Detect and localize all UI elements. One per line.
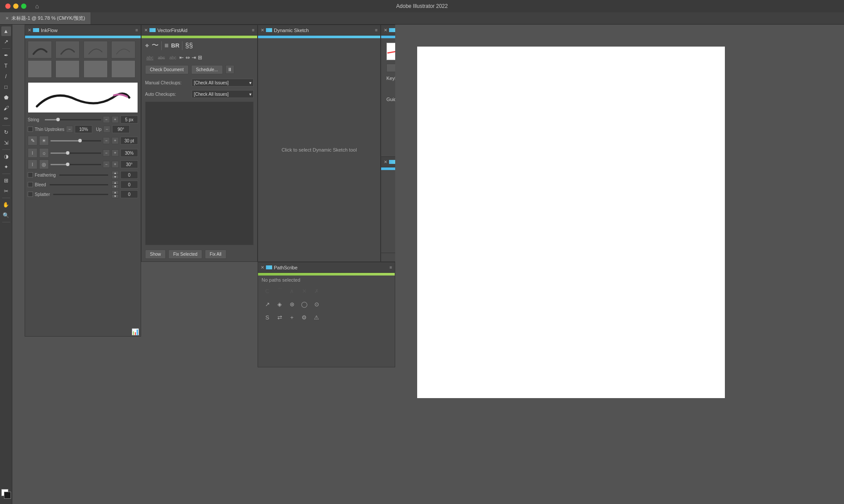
ps-tool-delete[interactable]: ✗ (311, 285, 322, 297)
swatch-2[interactable] (55, 60, 80, 78)
home-icon[interactable]: ⌂ (35, 3, 39, 10)
inkflow-menu[interactable]: ≡ (135, 28, 138, 33)
slider1-track[interactable] (51, 140, 101, 141)
slider2-plus[interactable]: + (112, 149, 119, 156)
ds-menu[interactable]: ≡ (375, 28, 378, 33)
zoom-tool[interactable]: 🔍 (1, 210, 11, 220)
brightness-icon[interactable]: ☀ (39, 136, 49, 145)
scale-tool[interactable]: ⇲ (1, 138, 11, 148)
hand-tool[interactable]: ✋ (1, 200, 11, 210)
upstrokes-minus[interactable]: − (66, 126, 73, 133)
ps-tool-smooth[interactable]: ⌒ (274, 285, 285, 297)
ps-tool-settings[interactable]: ⚙ (298, 312, 310, 323)
bleed-cb[interactable] (28, 182, 33, 187)
ps-close[interactable]: ✕ (261, 265, 264, 270)
schedule-btn[interactable]: Schedule... (191, 65, 223, 74)
ps-tool-bezier[interactable]: ⊛ (286, 298, 298, 310)
ds-close[interactable]: ✕ (261, 28, 264, 33)
slider2-value[interactable]: 30% (120, 149, 138, 157)
splatter-slider[interactable] (53, 194, 108, 195)
fix-all-btn[interactable]: Fix All (205, 250, 226, 259)
artboard-tool[interactable]: ⊞ (1, 176, 11, 185)
type-tool[interactable]: T (1, 61, 11, 71)
slider3-value[interactable]: 30° (120, 160, 138, 168)
slider2-track[interactable] (51, 152, 101, 154)
close-button[interactable] (5, 4, 11, 9)
feathering-slider[interactable] (59, 174, 108, 176)
maximize-button[interactable] (21, 4, 26, 9)
ps-tool-circle[interactable]: ◯ (298, 298, 310, 310)
brush-4[interactable] (111, 41, 135, 58)
splatter-up[interactable]: ▲ (112, 190, 119, 194)
check-document-btn[interactable]: Check Document (145, 65, 189, 74)
brush-mode-icon[interactable]: ✎ (28, 136, 37, 145)
pencil-tool[interactable]: ✏ (1, 114, 11, 123)
dp-close[interactable]: ✕ (384, 28, 387, 33)
vfa-text-3[interactable]: abc (168, 55, 178, 61)
vfa-align-left[interactable]: ⇤ (179, 54, 184, 61)
ps-tool-s[interactable]: S (262, 312, 273, 323)
splatter-down[interactable]: ▼ (112, 194, 119, 198)
feathering-cb[interactable] (28, 172, 33, 178)
manual-checkups-dropdown[interactable]: [Check All Issues] ▾ (192, 79, 254, 87)
ps-tool-add[interactable]: + (286, 312, 298, 323)
auto-checkups-dropdown[interactable]: [Check All Issues] ▾ (192, 90, 254, 98)
document-tab[interactable]: ✕ 未标题-1 @ 91.78 % (CMYK/预览) (0, 12, 91, 24)
up-value[interactable]: 90° (112, 125, 130, 133)
splatter-value[interactable]: 0 (120, 190, 138, 198)
ps-tool-cut[interactable]: ✕ (298, 285, 310, 297)
vfa-menu[interactable]: ≡ (252, 28, 255, 33)
thin-upstrokes-cb[interactable] (28, 127, 33, 132)
paintbrush-tool[interactable]: 🖌 (1, 103, 11, 113)
slice-tool[interactable]: ✂ (1, 186, 11, 196)
show-btn[interactable]: Show (145, 250, 166, 259)
swatch-3[interactable] (84, 60, 108, 78)
flow-icon[interactable]: ☼ (39, 148, 49, 158)
bleed-slider[interactable] (50, 184, 108, 185)
is-close[interactable]: ✕ (384, 160, 387, 164)
vfa-anchor-icon[interactable]: ⌖ (145, 42, 149, 50)
fix-selected-btn[interactable]: Fix Selected (168, 250, 202, 259)
vfa-loop-icon[interactable]: §§ (185, 42, 193, 50)
gradient-tool[interactable]: ◑ (1, 152, 11, 161)
vfa-text-2[interactable]: abc (156, 55, 166, 61)
vfa-expand-icon[interactable]: ⊞ (198, 54, 202, 61)
select-tool[interactable]: ▲ (1, 26, 11, 36)
ps-tool-node[interactable]: ◈ (274, 298, 285, 310)
minimize-button[interactable] (13, 4, 18, 9)
splatter-cb[interactable] (28, 192, 33, 197)
ps-tool-c[interactable]: C (262, 285, 273, 297)
bleed-up[interactable]: ▲ (112, 181, 119, 185)
vfa-wave-icon[interactable]: 〜 (152, 41, 159, 50)
color-swatches[interactable] (1, 489, 11, 499)
angle-icon[interactable]: ◎ (39, 160, 49, 169)
string-value[interactable]: 5 px (120, 116, 138, 123)
ps-tool-arrow[interactable]: ↗ (262, 298, 273, 310)
tab-close-icon[interactable]: ✕ (5, 16, 9, 21)
feathering-value[interactable]: 0 (120, 171, 138, 179)
direct-select-tool[interactable]: ↗ (1, 37, 11, 47)
ps-tool-exchange[interactable]: ⇄ (274, 312, 285, 323)
rect-tool[interactable]: □ (1, 82, 11, 92)
pen-tool[interactable]: ✒ (1, 51, 11, 60)
vfa-align-icon[interactable]: ≡ (164, 42, 168, 50)
brush-2[interactable] (55, 41, 80, 58)
eyedropper-tool[interactable]: ✦ (1, 162, 11, 172)
vfa-text-1[interactable]: abc (145, 55, 155, 61)
brush-1[interactable] (28, 41, 52, 58)
up-minus[interactable]: − (103, 126, 110, 133)
string-minus[interactable]: − (103, 116, 110, 123)
string-plus[interactable]: + (112, 116, 119, 123)
vfa-close[interactable]: ✕ (144, 28, 148, 33)
background-swatch[interactable] (4, 492, 11, 499)
slider2-minus[interactable]: − (103, 149, 110, 156)
vfa-align-right[interactable]: ⇥ (192, 54, 196, 61)
string-slider[interactable] (45, 119, 101, 120)
slider3-track[interactable] (51, 164, 101, 165)
slider1-minus[interactable]: − (103, 137, 110, 144)
feathering-up[interactable]: ▲ (112, 171, 119, 175)
slider3-plus[interactable]: + (112, 161, 119, 168)
ps-tool-warning[interactable]: ⚠ (311, 312, 322, 323)
slider3-minus[interactable]: − (103, 161, 110, 168)
taper-icon[interactable]: ⁞ (28, 160, 37, 169)
